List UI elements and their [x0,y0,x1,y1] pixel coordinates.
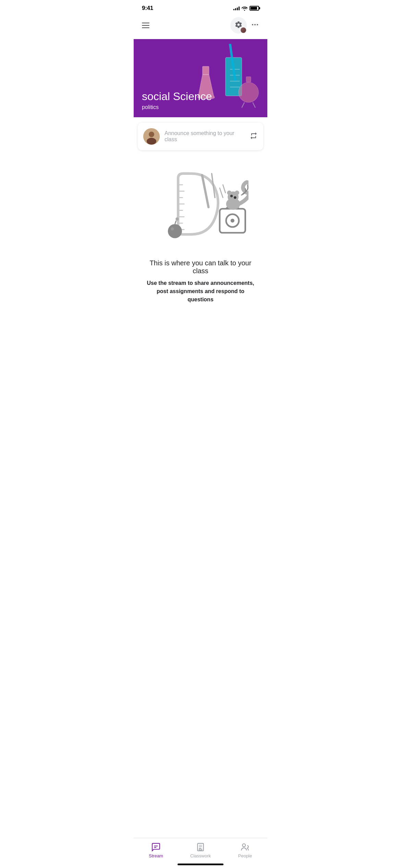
svg-point-1 [254,24,256,25]
svg-point-31 [175,217,179,220]
signal-icon [233,6,240,10]
wifi-icon [242,6,247,11]
class-banner: social Science politics [134,39,267,117]
svg-line-27 [220,188,223,197]
repeat-icon[interactable] [250,132,258,142]
svg-point-0 [252,24,253,25]
empty-state-svg [153,169,248,248]
svg-point-32 [171,227,174,230]
class-subject: politics [142,104,259,110]
settings-button[interactable] [230,17,247,34]
svg-point-41 [234,196,236,199]
user-avatar [143,128,160,145]
empty-state-subtitle: Use the stream to share announcements, p… [146,279,255,304]
class-name: social Science [142,90,259,103]
svg-point-35 [231,219,234,222]
user-avatar-mini [240,27,247,34]
status-time: 9:41 [142,5,153,12]
toolbar-right [230,17,260,34]
svg-point-38 [227,191,231,195]
svg-point-29 [168,224,182,238]
announce-card[interactable]: Announce something to your class [138,123,263,150]
empty-illustration [153,169,248,248]
status-icons [233,6,259,11]
empty-state-title: This is where you can talk to your class [142,259,259,275]
battery-icon [250,6,259,11]
empty-state: This is where you can talk to your class… [134,156,267,311]
status-bar: 9:41 [134,0,267,14]
toolbar [134,14,267,39]
svg-rect-9 [203,67,209,75]
svg-point-16 [147,138,156,145]
svg-line-28 [223,185,225,193]
svg-point-40 [230,195,233,197]
svg-point-2 [257,24,258,25]
announce-placeholder[interactable]: Announce something to your class [165,130,245,143]
svg-rect-10 [246,77,251,82]
svg-point-39 [235,191,239,195]
svg-point-15 [149,132,154,137]
menu-button[interactable] [141,21,151,29]
more-options-button[interactable] [250,18,260,33]
svg-line-30 [175,221,176,224]
